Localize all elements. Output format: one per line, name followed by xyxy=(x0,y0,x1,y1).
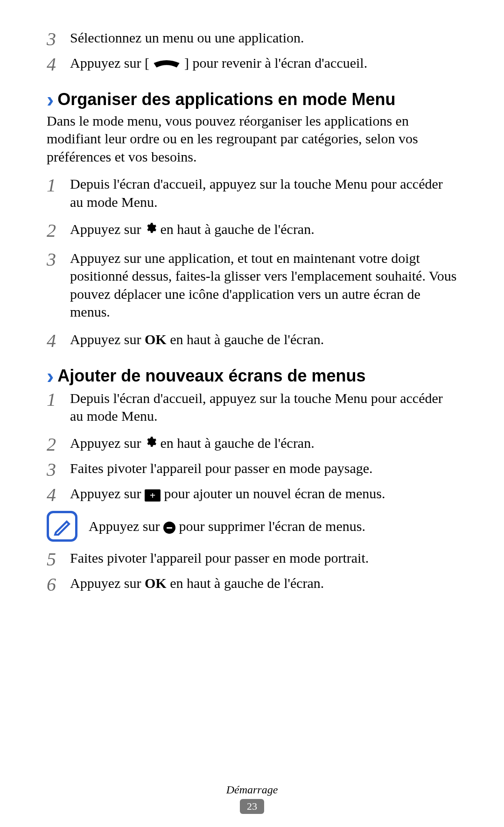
step-text: Depuis l'écran d'accueil, appuyez sur la… xyxy=(70,389,457,425)
text-fragment: en haut à gauche de l'écran. xyxy=(160,435,314,451)
step-text: Appuyez sur + pour ajouter un nouvel écr… xyxy=(70,484,457,502)
text-fragment: Appuyez sur xyxy=(70,221,145,237)
step-text: Appuyez sur OK en haut à gauche de l'écr… xyxy=(70,573,457,592)
text-fragment: pour supprimer l'écran de menus. xyxy=(179,518,365,534)
step-number: 4 xyxy=(47,484,70,504)
document-page: 3 Sélectionnez un menu ou une applicatio… xyxy=(0,0,504,827)
step-row: 6 Appuyez sur OK en haut à gauche de l'é… xyxy=(47,573,457,594)
step-number: 1 xyxy=(47,174,70,195)
section-heading: › Organiser des applications en mode Men… xyxy=(47,89,457,110)
bold-text: OK xyxy=(145,575,167,591)
step-text: Appuyez sur en haut à gauche de l'écran. xyxy=(70,433,457,453)
step-number: 4 xyxy=(47,53,70,74)
step-number: 2 xyxy=(47,433,70,454)
gear-icon xyxy=(145,220,157,238)
text-fragment: Appuyez sur xyxy=(70,575,145,591)
text-fragment: en haut à gauche de l'écran. xyxy=(167,332,324,347)
step-row: 1 Depuis l'écran d'accueil, appuyez sur … xyxy=(47,389,457,425)
page-footer: Démarrage 23 xyxy=(0,783,504,814)
step-row: 4 Appuyez sur [ ] pour revenir à l'écran… xyxy=(47,53,457,74)
step-number: 1 xyxy=(47,389,70,409)
chevron-right-icon: › xyxy=(47,89,54,110)
text-fragment: Appuyez sur une application, et tout en … xyxy=(70,250,429,283)
bold-text: OK xyxy=(145,332,167,347)
minus-icon xyxy=(163,522,175,534)
step-number: 3 xyxy=(47,28,70,49)
step-number: 6 xyxy=(47,573,70,594)
text-fragment: ] pour revenir à l'écran d'accueil. xyxy=(184,55,367,71)
step-row: 2 Appuyez sur en haut à gauche de l'écra… xyxy=(47,219,457,240)
paragraph: Dans le mode menu, vous pouvez réorganis… xyxy=(47,112,457,166)
step-text: Faites pivoter l'appareil pour passer en… xyxy=(70,548,457,567)
step-number: 4 xyxy=(47,330,70,350)
text-fragment: en haut à gauche de l'écran. xyxy=(160,221,314,237)
step-text: Sélectionnez un menu ou une application. xyxy=(70,28,457,47)
text-fragment: Appuyez sur xyxy=(89,518,163,534)
step-number: 5 xyxy=(47,548,70,569)
text-fragment: en haut à gauche de l'écran. xyxy=(167,575,324,591)
heading-text: Organiser des applications en mode Menu xyxy=(57,89,395,110)
note-row: Appuyez sur pour supprimer l'écran de me… xyxy=(47,511,457,542)
text-fragment: Appuyez sur [ xyxy=(70,55,149,71)
step-row: 3 Appuyez sur une application, et tout e… xyxy=(47,248,457,321)
step-number: 2 xyxy=(47,219,70,240)
footer-section-name: Démarrage xyxy=(0,783,504,797)
note-text: Appuyez sur pour supprimer l'écran de me… xyxy=(89,517,365,535)
step-row: 2 Appuyez sur en haut à gauche de l'écra… xyxy=(47,433,457,454)
page-number: 23 xyxy=(240,799,264,814)
step-number: 3 xyxy=(47,248,70,269)
text-fragment: Appuyez sur xyxy=(70,486,145,501)
note-icon xyxy=(47,511,77,542)
step-text: Appuyez sur en haut à gauche de l'écran. xyxy=(70,219,457,240)
step-row: 5 Faites pivoter l'appareil pour passer … xyxy=(47,548,457,569)
text-fragment: Appuyez sur xyxy=(70,332,145,347)
step-row: 3 Faites pivoter l'appareil pour passer … xyxy=(47,459,457,479)
text-fragment: pour ajouter un nouvel écran de menus. xyxy=(164,486,385,501)
plus-icon: + xyxy=(145,489,161,502)
step-text: Appuyez sur OK en haut à gauche de l'écr… xyxy=(70,330,457,348)
gear-icon xyxy=(145,434,157,452)
section-heading: › Ajouter de nouveaux écrans de menus xyxy=(47,365,457,387)
step-number: 3 xyxy=(47,459,70,479)
chevron-right-icon: › xyxy=(47,365,54,387)
end-call-icon xyxy=(153,54,181,72)
heading-text: Ajouter de nouveaux écrans de menus xyxy=(57,365,365,387)
step-text: Appuyez sur une application, et tout en … xyxy=(70,248,457,321)
text-fragment: Appuyez sur xyxy=(70,435,145,451)
step-row: 4 Appuyez sur + pour ajouter un nouvel é… xyxy=(47,484,457,504)
step-row: 1 Depuis l'écran d'accueil, appuyez sur … xyxy=(47,174,457,211)
step-text: Depuis l'écran d'accueil, appuyez sur la… xyxy=(70,174,457,211)
step-row: 4 Appuyez sur OK en haut à gauche de l'é… xyxy=(47,330,457,350)
step-text: Appuyez sur [ ] pour revenir à l'écran d… xyxy=(70,53,457,73)
step-text: Faites pivoter l'appareil pour passer en… xyxy=(70,459,457,477)
step-row: 3 Sélectionnez un menu ou une applicatio… xyxy=(47,28,457,49)
